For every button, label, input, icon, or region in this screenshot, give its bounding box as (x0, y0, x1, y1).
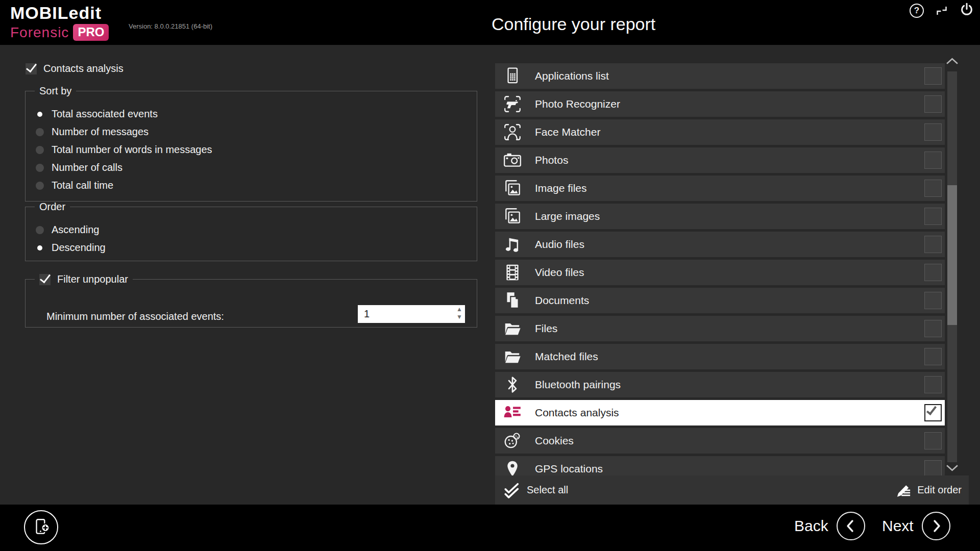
scroll-up-icon[interactable] (946, 57, 959, 67)
face-matcher-icon (502, 122, 523, 142)
report-item-checkbox[interactable] (924, 67, 942, 85)
min-events-spinner[interactable]: 1 ▲ ▼ (358, 305, 465, 323)
report-item[interactable]: Contacts analysis (495, 400, 945, 425)
add-phone-button[interactable] (24, 510, 58, 544)
report-item[interactable]: Bluetooth pairings (495, 372, 945, 397)
next-button[interactable]: Next (882, 512, 950, 540)
radio-option[interactable]: Ascending (36, 221, 477, 239)
app-logo: MOBILedit Forensic PRO (10, 3, 109, 41)
radio-icon[interactable] (36, 244, 44, 252)
radio-option-label: Total number of words in messages (52, 144, 212, 156)
select-all-label: Select all (527, 484, 568, 496)
order-options: Ascending Descending (26, 213, 477, 257)
app-window: MOBILedit Forensic PRO Version: 8.0.0.21… (0, 0, 980, 551)
radio-icon[interactable] (36, 146, 44, 154)
help-icon[interactable]: ? (910, 4, 924, 18)
scrollbar-track[interactable] (947, 71, 957, 462)
radio-icon[interactable] (36, 164, 44, 172)
report-item-label: Matched files (535, 350, 598, 363)
report-item-checkbox[interactable] (924, 348, 942, 365)
report-item[interactable]: Video files (495, 260, 945, 285)
radio-icon[interactable] (36, 226, 44, 234)
report-item-checkbox[interactable] (924, 95, 942, 113)
report-item-checkbox[interactable] (924, 180, 942, 197)
report-item-checkbox[interactable] (924, 292, 942, 309)
radio-option[interactable]: Total call time (36, 177, 477, 194)
report-item-checkbox[interactable] (924, 208, 942, 225)
report-item[interactable]: Matched files (495, 344, 945, 369)
scrollbar-thumb[interactable] (947, 185, 957, 325)
next-label: Next (882, 517, 914, 535)
spinner-down-icon[interactable]: ▼ (456, 313, 462, 321)
min-events-value[interactable]: 1 (364, 305, 370, 323)
report-item[interactable]: Cookies (495, 428, 945, 454)
filter-unpopular-checkbox[interactable] (39, 274, 51, 285)
radio-option[interactable]: Total number of words in messages (36, 141, 477, 159)
report-item-checkbox[interactable] (924, 376, 942, 393)
report-item[interactable]: Documents (495, 288, 945, 313)
report-item[interactable]: Image files (495, 176, 945, 201)
radio-option-label: Ascending (52, 224, 99, 236)
image-files-icon (502, 178, 523, 198)
report-item-checkbox[interactable] (924, 264, 942, 281)
contacts-analysis-checkbox[interactable] (26, 63, 37, 74)
filter-unpopular-toggle[interactable]: Filter unpopular (39, 273, 128, 285)
report-item-label: Contacts analysis (535, 407, 619, 419)
back-label: Back (794, 517, 828, 535)
power-icon[interactable] (959, 2, 975, 20)
order-group: Order Ascending Descending (25, 201, 477, 261)
phone-plus-icon (31, 517, 52, 538)
radio-option[interactable]: Total associated events (36, 105, 477, 123)
radio-option-label: Total call time (52, 180, 113, 191)
edit-order-label: Edit order (917, 484, 962, 496)
scroll-down-icon[interactable] (946, 464, 959, 474)
radio-option[interactable]: Descending (36, 239, 477, 257)
cookies-icon (502, 431, 523, 451)
contacts-analysis-label: Contacts analysis (43, 63, 124, 74)
video-files-icon (502, 262, 523, 283)
radio-option[interactable]: Number of messages (36, 123, 477, 141)
select-all-button[interactable]: Select all (503, 482, 568, 498)
filter-unpopular-label: Filter unpopular (57, 273, 128, 285)
report-item-checkbox[interactable] (924, 320, 942, 337)
report-item-checkbox[interactable] (924, 236, 942, 253)
report-item-label: Photo Recognizer (535, 98, 620, 110)
files-icon (502, 318, 523, 339)
spinner-up-icon[interactable]: ▲ (456, 306, 462, 313)
report-item-label: Face Matcher (535, 126, 600, 138)
report-item[interactable]: Photo Recognizer (495, 91, 945, 117)
report-item-checkbox[interactable] (924, 123, 942, 141)
photo-recognizer-icon (502, 94, 523, 114)
sort-by-group: Sort by Total associated events Number o… (25, 85, 477, 202)
report-item[interactable]: Face Matcher (495, 119, 945, 145)
contacts-analysis-toggle[interactable]: Contacts analysis (26, 63, 124, 74)
logo-forensic: Forensic (10, 24, 69, 41)
radio-icon[interactable] (36, 128, 44, 136)
restore-window-icon[interactable] (935, 5, 948, 19)
back-button[interactable]: Back (794, 512, 865, 540)
report-item-checkbox[interactable] (924, 460, 942, 475)
report-item[interactable]: Audio files (495, 232, 945, 257)
chevron-right-icon (922, 512, 950, 540)
radio-option[interactable]: Number of calls (36, 159, 477, 177)
radio-icon[interactable] (36, 110, 44, 118)
bluetooth-pairings-icon (502, 374, 523, 395)
report-item-checkbox[interactable] (924, 432, 942, 449)
report-item-checkbox[interactable] (924, 152, 942, 169)
radio-option-label: Total associated events (52, 108, 158, 120)
list-footer-bar: Select all Edit order (495, 475, 969, 505)
radio-icon[interactable] (36, 182, 44, 190)
logo-mobiledit: MOBILedit (10, 3, 109, 23)
sort-by-legend: Sort by (35, 85, 76, 97)
radio-option-label: Number of messages (52, 126, 149, 138)
filter-unpopular-group: Filter unpopular Minimum number of assoc… (25, 273, 477, 328)
report-sections-list: Applications list Photo Recognizer Face … (495, 63, 945, 475)
report-item[interactable]: Files (495, 316, 945, 341)
edit-order-button[interactable]: Edit order (896, 483, 962, 498)
report-item-checkbox[interactable] (924, 404, 942, 421)
report-item[interactable]: Applications list (495, 63, 945, 89)
report-item[interactable]: GPS locations (495, 456, 945, 475)
report-item[interactable]: Photos (495, 147, 945, 173)
report-item-label: Audio files (535, 238, 584, 251)
report-item[interactable]: Large images (495, 204, 945, 229)
